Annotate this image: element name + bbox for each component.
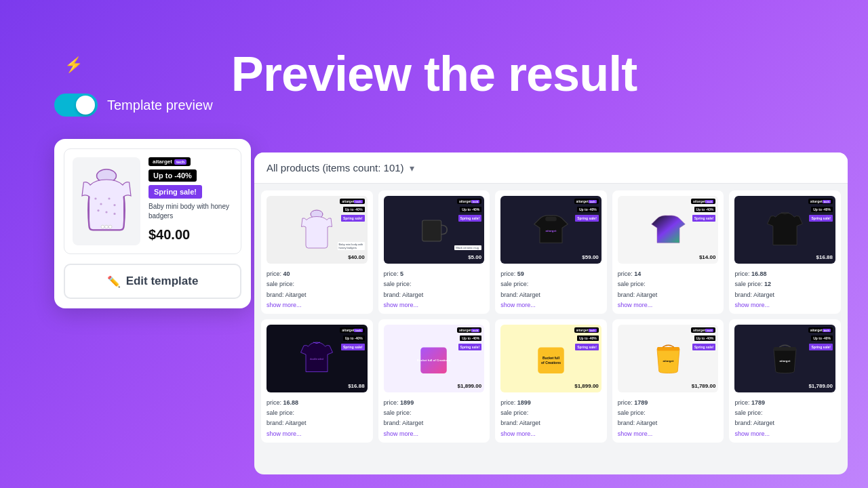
svg-point-8 — [101, 225, 104, 228]
show-more-link[interactable]: show more... — [734, 430, 835, 437]
svg-point-7 — [113, 213, 115, 215]
show-more-link[interactable]: show more... — [618, 302, 719, 308]
card-product-desc: Black ceramic mug — [454, 245, 481, 250]
card-brand-badge: aitargettech — [808, 199, 833, 204]
preview-inner: aitarget tech Up to -40% Spring sale! Ba… — [64, 148, 241, 254]
card-brand-badge: aitargettech — [691, 199, 715, 204]
product-card-image: aitargettech Up to -40% Spring sale! dou… — [267, 325, 368, 392]
card-sale: Spring sale! — [575, 344, 599, 350]
sale-price-label: sale price: — [384, 279, 485, 289]
brand-label: brand: Aitarget — [384, 418, 485, 428]
header: Preview the result — [0, 0, 868, 142]
show-more-link[interactable]: show more... — [618, 430, 719, 437]
show-more-link[interactable]: show more... — [384, 302, 485, 308]
sale-price-label: sale price: — [267, 279, 368, 289]
card-brand-badge: aitargettech — [340, 327, 364, 333]
discount-badge: Up to -40% — [149, 169, 197, 182]
product-card-image: aitargettech Up to -40% Spring sale! ait… — [500, 196, 601, 264]
sale-price-label: sale price: — [267, 408, 368, 418]
card-brand-badge: aitargettech — [574, 327, 599, 333]
card-meta: price: 40 sale price: brand: Aitarget — [267, 269, 368, 300]
tech-badge: tech — [174, 159, 186, 165]
sale-price-label: sale price: — [500, 279, 601, 289]
product-card-image: aitargettech Up to -40% Spring sale! Bla… — [384, 196, 485, 264]
products-grid-container[interactable]: aitargettech Up to -40% Spring sale! Bab… — [254, 184, 848, 470]
products-header: All products (items count: 101) ▾ — [254, 152, 848, 184]
show-more-link[interactable]: show more... — [384, 430, 485, 437]
brand-label: brand: Aitarget — [500, 290, 601, 300]
price-label: price: 1899 — [500, 398, 601, 408]
brand-label: brand: Aitarget — [734, 290, 835, 300]
show-more-link[interactable]: show more... — [500, 430, 601, 437]
page-title: Preview the result — [231, 47, 637, 101]
toggle-row: Template preview — [54, 94, 213, 117]
svg-text:aitarget: aitarget — [546, 229, 557, 232]
price-label: price: 59 — [500, 269, 601, 279]
svg-text:double sided: double sided — [310, 358, 323, 361]
chevron-down-icon: ▾ — [410, 163, 414, 174]
sale-price-label: sale price: — [384, 408, 485, 418]
product-card: aitargettech Up to -40% Spring sale! Buc… — [378, 319, 490, 443]
svg-text:Bucket full: Bucket full — [542, 357, 560, 360]
products-panel: All products (items count: 101) ▾ aitarg… — [254, 152, 848, 474]
card-discount: Up to -40% — [811, 336, 833, 341]
show-more-link[interactable]: show more... — [267, 430, 368, 437]
price-label: price: 1789 — [618, 398, 719, 408]
product-card: aitargettech Up to -40% Spring sale! Bab… — [261, 190, 373, 314]
show-more-link[interactable]: show more... — [500, 302, 601, 308]
sale-badge: Spring sale! — [149, 185, 202, 199]
card-discount: Up to -40% — [577, 207, 599, 212]
card-price: $5.00 — [468, 254, 481, 260]
card-meta: price: 1899 sale price: brand: Aitarget — [500, 398, 601, 429]
products-grid: aitargettech Up to -40% Spring sale! Bab… — [261, 190, 841, 443]
svg-rect-13 — [545, 217, 557, 222]
sale-price-label: sale price: — [734, 408, 835, 418]
product-card: aitargettech Up to -40% Spring sale! Bla… — [378, 190, 490, 314]
price-label: price: 1789 — [734, 398, 835, 408]
product-card: aitargettech Up to -40% Spring sale! ait… — [729, 319, 841, 443]
card-discount: Up to -40% — [343, 336, 365, 341]
product-card-image: aitargettech Up to -40% Spring sale! $16… — [734, 196, 835, 264]
svg-point-9 — [105, 225, 108, 228]
template-card: aitarget tech Up to -40% Spring sale! Ba… — [54, 139, 251, 308]
brand-label: brand: Aitarget — [618, 290, 719, 300]
card-brand-badge: aitargettech — [808, 327, 833, 333]
card-price: $16.88 — [348, 383, 364, 389]
show-more-link[interactable]: show more... — [267, 302, 368, 308]
svg-text:aitarget: aitarget — [663, 359, 673, 363]
svg-point-10 — [108, 225, 112, 228]
product-name: Baby mini body with honey badgers — [149, 202, 233, 221]
card-sale: Spring sale! — [692, 215, 716, 222]
card-sale: Spring sale! — [458, 215, 482, 222]
card-meta: price: 1899 sale price: brand: Aitarget — [384, 398, 485, 429]
brand-label: brand: Aitarget — [267, 290, 368, 300]
card-brand-badge: aitargettech — [340, 199, 364, 204]
svg-rect-21 — [657, 347, 679, 351]
product-card-image: aitargettech Up to -40% Spring sale! Bab… — [267, 196, 368, 264]
product-card-image: aitargettech Up to -40% Spring sale! ait… — [734, 325, 835, 392]
svg-point-3 — [108, 197, 110, 199]
card-price: $16.88 — [816, 254, 833, 260]
card-sale: Spring sale! — [692, 344, 716, 350]
product-card: aitargettech Up to -40% Spring sale! ait… — [612, 319, 724, 443]
card-sale: Spring sale! — [341, 344, 365, 350]
card-discount: Up to -40% — [811, 207, 833, 212]
product-card: aitargettech Up to -40% Spring sale! $16… — [729, 190, 841, 314]
dropdown-label: All products (items count: 101) — [267, 162, 404, 174]
show-more-link[interactable]: show more... — [734, 302, 835, 308]
card-meta: price: 1789 sale price: brand: Aitarget — [618, 398, 719, 429]
card-sale: Spring sale! — [341, 215, 365, 222]
card-price: $1,899.00 — [574, 383, 599, 389]
products-dropdown[interactable]: All products (items count: 101) ▾ — [267, 162, 414, 174]
template-preview-toggle[interactable] — [54, 94, 98, 117]
card-price: $59.00 — [582, 254, 598, 260]
card-discount: Up to -40% — [694, 336, 716, 341]
edit-template-button[interactable]: ✏️ Edit template — [64, 264, 241, 299]
price-label: price: 16.88 — [267, 398, 368, 408]
card-sale: Spring sale! — [575, 215, 599, 222]
price-label: price: 14 — [618, 269, 719, 279]
sale-price-label: sale price: — [500, 408, 601, 418]
product-card-image: aitargettech Up to -40% Spring sale! Buc… — [500, 325, 601, 392]
card-price: $1,789.00 — [692, 383, 716, 389]
sale-price-label: sale price: 12 — [734, 279, 835, 289]
